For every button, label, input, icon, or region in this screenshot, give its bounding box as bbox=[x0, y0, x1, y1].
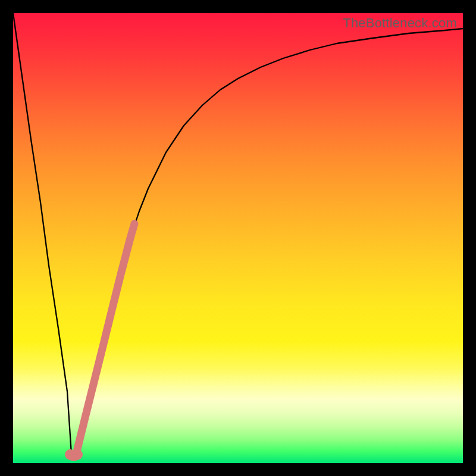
chart-plot-area: TheBottleneck.com bbox=[13, 13, 463, 463]
bottleneck-curve bbox=[13, 13, 463, 454]
chart-svg bbox=[13, 13, 463, 463]
chart-frame: TheBottleneck.com bbox=[0, 0, 476, 476]
highlight-segment bbox=[76, 224, 134, 454]
minimum-marker bbox=[65, 449, 83, 461]
